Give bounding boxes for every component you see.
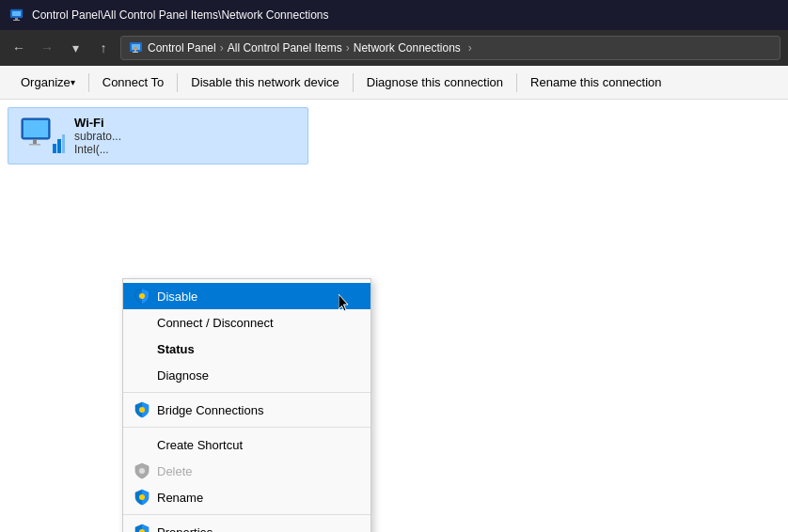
diagnose-button[interactable]: Diagnose this connection: [355, 69, 514, 97]
svg-rect-10: [33, 139, 37, 144]
path-segment-network: Network Connections: [354, 41, 461, 55]
ctx-properties[interactable]: Properties: [123, 519, 370, 532]
network-sub2: Intel(...: [74, 143, 296, 156]
ctx-connect-disconnect[interactable]: Connect / Disconnect: [123, 309, 370, 336]
context-menu: Disable Connect / Disconnect Status Diag…: [122, 278, 371, 532]
toolbar-separator-1: [88, 73, 89, 92]
svg-point-15: [139, 293, 145, 299]
svg-rect-14: [62, 134, 65, 153]
wifi-icon-container: [20, 117, 65, 155]
toolbar-separator-2: [177, 73, 178, 92]
svg-point-16: [139, 407, 145, 413]
ctx-create-shortcut-label: Create Shortcut: [157, 438, 243, 452]
network-name: Wi-Fi: [74, 116, 296, 130]
ctx-status-label: Status: [157, 342, 195, 356]
bridge-shield-icon: [133, 400, 151, 419]
wifi-network-item[interactable]: Wi-Fi subrato... Intel(...: [8, 107, 308, 164]
address-bar: ← → ▾ ↑ Control Panel › All Control Pane…: [0, 30, 788, 66]
svg-rect-3: [13, 20, 20, 21]
organize-button[interactable]: Organize: [9, 69, 87, 97]
ctx-delete-label: Delete: [157, 464, 193, 478]
svg-rect-7: [133, 52, 138, 53]
main-content: Wi-Fi subrato... Intel(... Disable Conne…: [0, 100, 788, 532]
toolbar-separator-3: [353, 73, 354, 92]
title-bar: Control Panel\All Control Panel Items\Ne…: [0, 0, 788, 30]
disable-button[interactable]: Disable this network device: [180, 69, 351, 97]
ctx-separator-1: [123, 392, 370, 393]
ctx-separator-3: [123, 514, 370, 515]
ctx-diagnose[interactable]: Diagnose: [123, 362, 370, 388]
monitor-icon: [20, 117, 65, 155]
toolbar: Organize Connect To Disable this network…: [0, 66, 788, 100]
svg-rect-1: [12, 11, 21, 16]
forward-button[interactable]: →: [36, 37, 58, 59]
properties-shield-icon: [133, 523, 151, 532]
ctx-properties-label: Properties: [157, 525, 213, 533]
path-folder-icon: [129, 40, 144, 55]
connect-to-button[interactable]: Connect To: [91, 69, 176, 97]
ctx-create-shortcut[interactable]: Create Shortcut: [123, 431, 370, 458]
svg-rect-11: [29, 144, 40, 146]
svg-rect-6: [134, 49, 136, 52]
svg-rect-2: [15, 18, 18, 20]
ctx-disable[interactable]: Disable: [123, 283, 370, 309]
svg-rect-13: [57, 139, 61, 153]
title-bar-text: Control Panel\All Control Panel Items\Ne…: [32, 8, 328, 22]
path-segment-all-items: All Control Panel Items: [228, 41, 342, 55]
rename-shield-icon: [133, 488, 151, 507]
toolbar-separator-4: [516, 73, 517, 92]
rename-button[interactable]: Rename this connection: [519, 69, 672, 97]
ctx-bridge-label: Bridge Connections: [157, 403, 263, 417]
ctx-delete: Delete: [123, 458, 370, 484]
network-info: Wi-Fi subrato... Intel(...: [74, 116, 296, 156]
ctx-status[interactable]: Status: [123, 336, 370, 362]
ctx-rename[interactable]: Rename: [123, 484, 370, 510]
svg-point-18: [139, 494, 145, 500]
ctx-connect-label: Connect / Disconnect: [157, 316, 274, 330]
path-segment-control-panel: Control Panel: [148, 41, 216, 55]
back-button[interactable]: ←: [8, 37, 30, 59]
svg-point-17: [139, 468, 145, 474]
address-path[interactable]: Control Panel › All Control Panel Items …: [120, 36, 780, 60]
ctx-rename-label: Rename: [157, 491, 203, 505]
delete-shield-icon: [133, 462, 151, 480]
up-button[interactable]: ↑: [92, 37, 115, 59]
svg-rect-12: [53, 144, 56, 153]
ctx-disable-label: Disable: [157, 289, 197, 304]
svg-rect-9: [24, 120, 48, 137]
disable-shield-icon: [133, 287, 151, 305]
ctx-bridge[interactable]: Bridge Connections: [123, 397, 370, 423]
title-bar-icon: [9, 8, 24, 23]
dropdown-button[interactable]: ▾: [64, 37, 87, 59]
ctx-separator-2: [123, 427, 370, 428]
network-sub1: subrato...: [74, 130, 296, 143]
ctx-diagnose-label: Diagnose: [157, 368, 209, 383]
